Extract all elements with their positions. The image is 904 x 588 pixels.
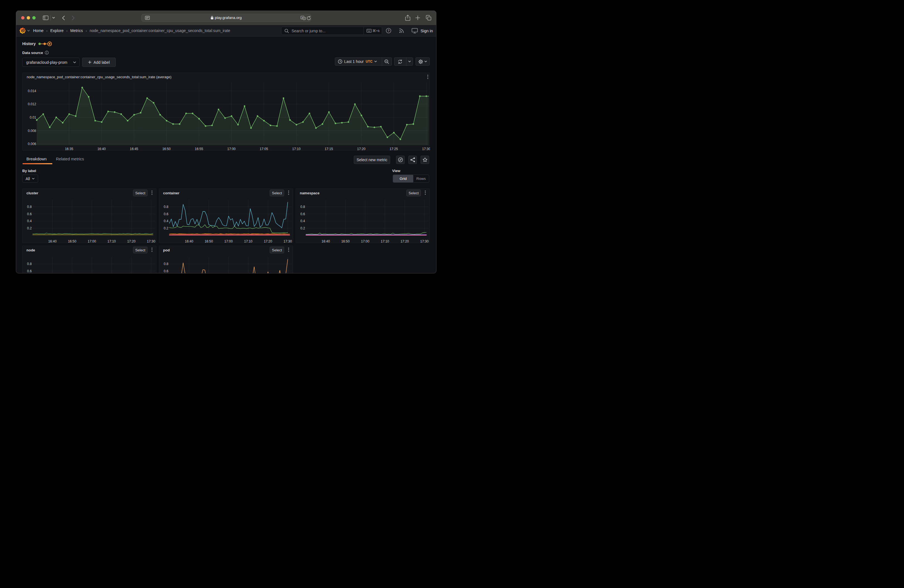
svg-text:0.2: 0.2 <box>164 226 168 230</box>
svg-text:17:05: 17:05 <box>260 147 268 151</box>
svg-text:16:40: 16:40 <box>321 239 330 243</box>
svg-text:0.8: 0.8 <box>164 262 168 266</box>
svg-text:17:10: 17:10 <box>292 147 300 151</box>
svg-text:17:15: 17:15 <box>324 147 333 151</box>
svg-text:17:30: 17:30 <box>147 239 155 243</box>
svg-text:17:25: 17:25 <box>390 147 398 151</box>
svg-text:0.8: 0.8 <box>27 205 32 209</box>
svg-text:17:30: 17:30 <box>422 147 430 151</box>
svg-text:17:10: 17:10 <box>244 239 253 243</box>
svg-text:0.012: 0.012 <box>28 102 36 106</box>
svg-text:17:20: 17:20 <box>357 147 365 151</box>
svg-text:16:50: 16:50 <box>68 239 76 243</box>
svg-text:17:00: 17:00 <box>88 239 96 243</box>
svg-text:文: 文 <box>303 17 305 19</box>
svg-text:17:00: 17:00 <box>227 147 235 151</box>
svg-text:17:00: 17:00 <box>361 239 369 243</box>
svg-text:17:30: 17:30 <box>284 239 292 243</box>
svg-text:17:30: 17:30 <box>420 239 428 243</box>
svg-text:0.014: 0.014 <box>28 89 36 93</box>
svg-text:17:20: 17:20 <box>400 239 409 243</box>
svg-text:16:55: 16:55 <box>195 147 203 151</box>
svg-text:0.4: 0.4 <box>164 219 168 223</box>
svg-text:17:10: 17:10 <box>381 239 389 243</box>
svg-text:0.4: 0.4 <box>27 219 32 223</box>
svg-text:0.8: 0.8 <box>164 205 168 209</box>
svg-text:0.6: 0.6 <box>27 212 32 216</box>
svg-text:17:00: 17:00 <box>224 239 233 243</box>
svg-text:17:20: 17:20 <box>264 239 272 243</box>
svg-text:0.2: 0.2 <box>300 226 305 230</box>
svg-text:0.8: 0.8 <box>300 205 305 209</box>
svg-text:16:50: 16:50 <box>341 239 349 243</box>
svg-text:0.008: 0.008 <box>28 129 36 133</box>
svg-text:0.2: 0.2 <box>27 226 32 230</box>
svg-text:0.6: 0.6 <box>164 269 168 273</box>
svg-text:16:40: 16:40 <box>97 147 106 151</box>
svg-text:16:35: 16:35 <box>65 147 73 151</box>
svg-text:16:50: 16:50 <box>205 239 213 243</box>
svg-text:16:50: 16:50 <box>162 147 171 151</box>
svg-text:16:40: 16:40 <box>48 239 57 243</box>
svg-text:0.4: 0.4 <box>300 219 305 223</box>
svg-text:?: ? <box>388 29 390 32</box>
svg-text:0.6: 0.6 <box>27 269 32 273</box>
svg-text:17:10: 17:10 <box>107 239 116 243</box>
svg-text:16:40: 16:40 <box>185 239 193 243</box>
svg-text:0.8: 0.8 <box>27 262 32 266</box>
svg-text:16:45: 16:45 <box>130 147 138 151</box>
svg-text:0.6: 0.6 <box>164 212 168 216</box>
svg-text:0.01: 0.01 <box>30 115 36 119</box>
svg-text:0.6: 0.6 <box>300 212 305 216</box>
svg-text:0.006: 0.006 <box>28 142 36 146</box>
svg-text:17:20: 17:20 <box>127 239 136 243</box>
